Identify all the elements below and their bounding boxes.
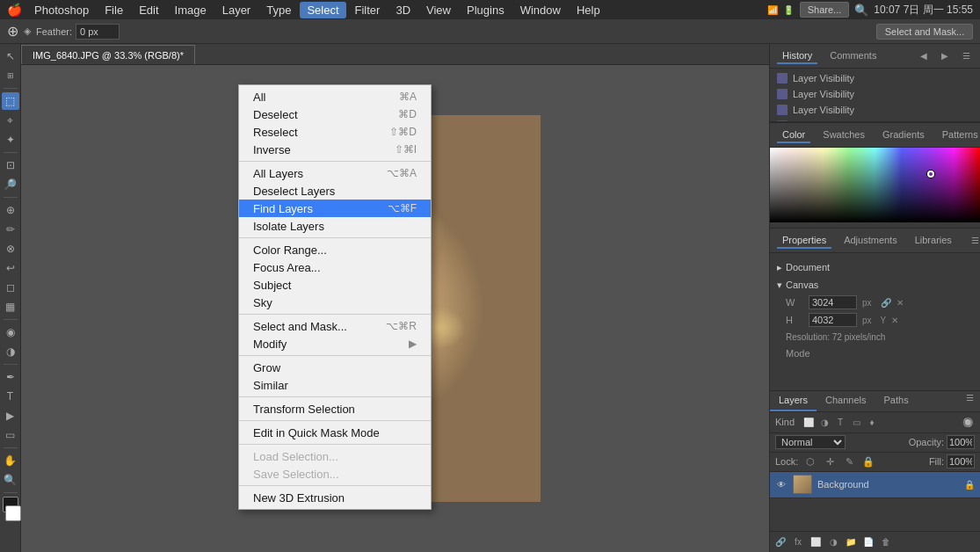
magic-wand-tool[interactable]: ✦ <box>2 131 19 149</box>
menu-item-subject[interactable]: Subject <box>239 276 431 294</box>
layer-visibility-eye[interactable]: 👁 <box>775 478 788 490</box>
shape-tool[interactable]: ▭ <box>2 426 19 444</box>
document-tab[interactable]: IMG_6840.JPG @ 33.3% (RGB/8)* <box>21 45 195 64</box>
zoom-tool[interactable]: 🔍 <box>2 471 19 489</box>
tab-layers[interactable]: Layers <box>770 391 817 411</box>
width-input[interactable] <box>809 295 857 309</box>
properties-menu-icon[interactable]: ☰ <box>971 234 979 248</box>
menu-item-deselect[interactable]: Deselect ⌘D <box>239 105 431 123</box>
menu-item-layer[interactable]: Layer <box>215 2 258 18</box>
history-prev-icon[interactable]: ◀ <box>917 49 931 63</box>
history-item-2[interactable]: Layer Visibility <box>770 86 980 102</box>
menu-item-find-layers[interactable]: Find Layers ⌥⌘F <box>239 200 431 217</box>
menu-item-view[interactable]: View <box>419 2 458 18</box>
menu-item-photoshop[interactable]: Photoshop <box>27 2 96 18</box>
link-icon[interactable]: 🔗 <box>881 298 891 308</box>
history-item-1[interactable]: Layer Visibility <box>770 70 980 86</box>
menu-item-edit[interactable]: Edit <box>132 2 165 18</box>
add-style-icon[interactable]: fx <box>791 535 805 549</box>
pen-tool[interactable]: ✒ <box>2 368 19 386</box>
brush-tool[interactable]: ✏ <box>2 221 19 238</box>
apple-icon[interactable]: 🍎 <box>7 3 22 17</box>
tab-color[interactable]: Color <box>777 127 810 143</box>
menu-item-sky[interactable]: Sky <box>239 294 431 311</box>
menu-item-modify[interactable]: Modify ▶ <box>239 335 431 352</box>
text-tool[interactable]: T <box>2 388 19 405</box>
menu-item-3d[interactable]: 3D <box>388 2 417 18</box>
new-fill-icon[interactable]: ◑ <box>826 535 840 549</box>
tab-adjustments[interactable]: Adjustments <box>838 233 903 249</box>
layers-menu-icon[interactable]: ☰ <box>962 391 976 405</box>
eyedropper-tool[interactable]: 🔎 <box>2 176 19 193</box>
tab-gradients[interactable]: Gradients <box>877 127 930 143</box>
filter-pixel-icon[interactable]: ⬜ <box>802 415 816 429</box>
menu-item-file[interactable]: File <box>98 2 130 18</box>
menu-item-reselect[interactable]: Reselect ⇧⌘D <box>239 123 431 141</box>
menu-item-deselect-layers[interactable]: Deselect Layers <box>239 182 431 200</box>
eraser-tool[interactable]: ◻ <box>2 279 19 296</box>
menu-item-select-and-mask[interactable]: Select and Mask... ⌥⌘R <box>239 317 431 335</box>
color-picker-handle[interactable] <box>927 171 934 178</box>
tab-paths[interactable]: Paths <box>875 391 918 411</box>
tab-channels[interactable]: Channels <box>817 391 875 411</box>
filter-shape-icon[interactable]: ▭ <box>849 415 863 429</box>
canvas-area[interactable]: All ⌘A Deselect ⌘D Reselect ⇧⌘D Inverse … <box>21 65 769 552</box>
lasso-tool[interactable]: ⌖ <box>2 112 19 129</box>
history-item-3[interactable]: Layer Visibility <box>770 102 980 118</box>
layers-filter-toggle[interactable]: 🔘 <box>961 415 975 429</box>
history-brush-tool[interactable]: ↩ <box>2 259 19 277</box>
delete-layer-icon[interactable]: 🗑 <box>879 535 893 549</box>
menu-item-all-layers[interactable]: All Layers ⌥⌘A <box>239 164 431 182</box>
menu-item-new-3d[interactable]: New 3D Extrusion <box>239 489 431 506</box>
tab-properties[interactable]: Properties <box>777 233 831 249</box>
menu-item-color-range[interactable]: Color Range... <box>239 241 431 258</box>
lock-position-icon[interactable]: ✛ <box>823 454 837 468</box>
gradient-tool[interactable]: ▦ <box>2 298 19 316</box>
crop-tool[interactable]: ⊡ <box>2 156 19 174</box>
filter-adj-icon[interactable]: ◑ <box>817 415 831 429</box>
document-section[interactable]: ▸ Document <box>777 258 973 276</box>
search-icon[interactable]: 🔍 <box>854 4 868 17</box>
opacity-input[interactable] <box>947 435 975 449</box>
menu-item-image[interactable]: Image <box>168 2 214 18</box>
background-color[interactable] <box>5 505 21 521</box>
select-mask-button[interactable]: Select and Mask... <box>876 24 973 40</box>
menu-item-save-selection[interactable]: Save Selection... <box>239 465 431 483</box>
menu-item-all[interactable]: All ⌘A <box>239 88 431 105</box>
history-menu-icon[interactable]: ☰ <box>959 49 973 63</box>
blend-mode-select[interactable]: Normal Multiply Screen <box>775 435 846 449</box>
height-input[interactable] <box>809 313 857 327</box>
filter-smart-icon[interactable]: ♦ <box>865 415 879 429</box>
hand-tool[interactable]: ✋ <box>2 452 19 469</box>
tab-comments[interactable]: Comments <box>824 48 882 64</box>
menu-item-load-selection[interactable]: Load Selection... <box>239 447 431 465</box>
layer-item-background[interactable]: 👁 Background 🔒 <box>770 472 980 498</box>
artboard-tool[interactable]: ⊞ <box>2 67 19 84</box>
fill-input[interactable] <box>947 454 975 468</box>
blur-tool[interactable]: ◉ <box>2 323 19 341</box>
menu-item-isolate-layers[interactable]: Isolate Layers <box>239 217 431 235</box>
menu-item-similar[interactable]: Similar <box>239 376 431 394</box>
marquee-tool[interactable]: ⬚ <box>2 92 19 110</box>
link-layers-icon[interactable]: 🔗 <box>773 535 788 549</box>
color-gradient-area[interactable] <box>770 148 980 222</box>
healing-tool[interactable]: ⊕ <box>2 201 19 219</box>
menu-item-transform-selection[interactable]: Transform Selection <box>239 400 431 418</box>
clone-tool[interactable]: ⊗ <box>2 240 19 258</box>
new-group-icon[interactable]: 📁 <box>844 535 858 549</box>
menu-item-focus-area[interactable]: Focus Area... <box>239 258 431 276</box>
menu-item-filter[interactable]: Filter <box>348 2 388 18</box>
menu-item-inverse[interactable]: Inverse ⇧⌘I <box>239 141 431 158</box>
menu-item-plugins[interactable]: Plugins <box>460 2 512 18</box>
menu-item-grow[interactable]: Grow <box>239 359 431 376</box>
path-selection-tool[interactable]: ▶ <box>2 407 19 425</box>
menu-item-help[interactable]: Help <box>570 2 607 18</box>
lock-all-icon[interactable]: 🔒 <box>861 454 875 468</box>
move-tool[interactable]: ↖ <box>2 47 19 65</box>
tab-swatches[interactable]: Swatches <box>817 127 870 143</box>
canvas-section[interactable]: ▾ Canvas <box>777 276 973 294</box>
menu-item-quick-mask[interactable]: Edit in Quick Mask Mode <box>239 424 431 441</box>
add-mask-icon[interactable]: ⬜ <box>809 535 823 549</box>
menu-item-type[interactable]: Type <box>259 2 298 18</box>
new-layer-icon[interactable]: 📄 <box>861 535 875 549</box>
